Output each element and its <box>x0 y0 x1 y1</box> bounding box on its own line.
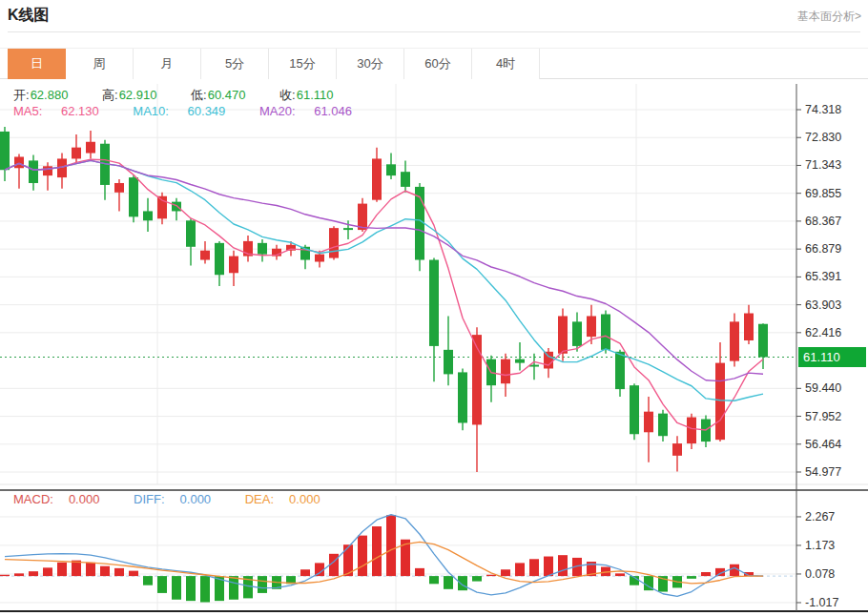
high-label: 高: <box>102 88 118 102</box>
y-axis-label: 66.879 <box>805 242 841 256</box>
macd-value: 0.000 <box>69 492 100 506</box>
y-axis-label: 65.391 <box>805 270 841 283</box>
low-label: 低: <box>191 88 207 102</box>
y-axis-label: 1.173 <box>805 539 835 552</box>
y-axis-label: 68.367 <box>805 215 841 228</box>
y-axis-label: 56.464 <box>805 438 841 451</box>
diff-value: 0.000 <box>180 492 212 506</box>
y-axis-label: 74.318 <box>805 103 841 116</box>
low-value: 60.470 <box>208 88 246 102</box>
macd-label: MACD: <box>13 492 53 506</box>
ma5-value: 62.130 <box>61 104 99 118</box>
current-price-badge: 61.110 <box>798 347 866 367</box>
ma5-label: MA5: <box>13 104 42 118</box>
dea-label: DEA: <box>245 492 274 506</box>
dea-value: 0.000 <box>289 492 320 506</box>
ohlc-info-row: 开:62.880 高:62.910 低:60.470 收:61.110 <box>13 87 363 104</box>
y-axis-label: 2.267 <box>805 510 835 524</box>
y-axis-label: 59.440 <box>805 381 841 395</box>
y-axis-label: 0.078 <box>805 567 835 581</box>
y-axis-label: 71.343 <box>805 158 841 172</box>
macd-info-row: MACD:0.000 DIFF:0.000 DEA:0.000 <box>13 492 351 506</box>
y-axis-label: -1.017 <box>805 596 838 609</box>
ma10-label: MA10: <box>133 104 169 118</box>
close-label: 收: <box>279 88 296 102</box>
open-label: 开: <box>13 88 30 102</box>
y-axis-label: 72.830 <box>805 131 841 144</box>
ma20-label: MA20: <box>259 104 296 118</box>
diff-label: DIFF: <box>134 492 165 506</box>
y-axis-label: 63.903 <box>805 298 841 312</box>
y-axis-label: 54.977 <box>805 465 841 479</box>
close-value: 61.110 <box>297 88 334 102</box>
ma10-value: 60.349 <box>188 104 226 118</box>
y-axis-label: 62.416 <box>805 326 841 339</box>
ma-info-row: MA5: 62.130 MA10: 60.349 MA20: 61.046 <box>13 104 382 118</box>
y-axis-label: 69.855 <box>805 187 841 200</box>
y-axis-label: 57.952 <box>805 410 841 423</box>
high-value: 62.910 <box>119 88 157 102</box>
kline-widget: K线图 基本面分析> 日 周 月 5分 15分 30分 60分 4时 74.31… <box>0 0 868 616</box>
ma20-value: 61.046 <box>314 104 352 118</box>
open-value: 62.880 <box>31 88 69 102</box>
